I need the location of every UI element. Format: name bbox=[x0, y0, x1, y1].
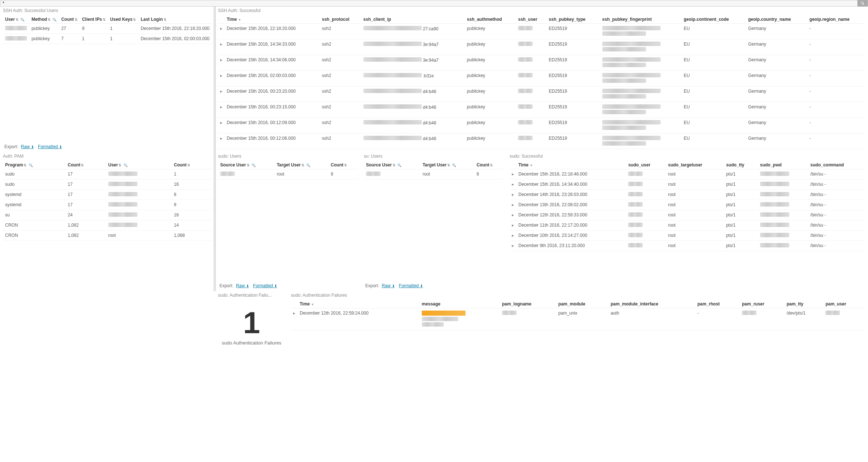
download-icon: ⬇ bbox=[274, 284, 277, 288]
export-raw[interactable]: Raw ⬇ bbox=[382, 283, 394, 288]
expand-row[interactable]: ▸ bbox=[510, 200, 516, 210]
panel-spacer bbox=[0, 291, 215, 349]
filter-icon[interactable]: 🔍 bbox=[252, 163, 256, 167]
col-method[interactable]: Method⇅ 🔍 bbox=[29, 15, 59, 24]
redacted-value bbox=[760, 172, 789, 176]
col-user[interactable]: User⇅ 🔍 bbox=[3, 15, 29, 24]
col-rhost[interactable]: pam_rhost bbox=[695, 300, 740, 308]
col-tgt[interactable]: Target User⇅ 🔍 bbox=[275, 161, 328, 169]
col-user[interactable]: ssh_user bbox=[516, 15, 546, 24]
col-used-keys[interactable]: Used Keys⇅ bbox=[108, 15, 139, 24]
col-auth[interactable]: ssh_authmethod bbox=[465, 15, 516, 24]
export-raw[interactable]: Raw ⬇ bbox=[21, 144, 34, 149]
table-row: ▸ December 12th 2016, 22:59:24.000 pam_u… bbox=[291, 308, 865, 330]
export-formatted[interactable]: Formatted ⬇ bbox=[253, 283, 277, 288]
redacted-value bbox=[628, 192, 643, 196]
col-msg[interactable]: message bbox=[420, 300, 500, 308]
expand-row[interactable]: ▸ bbox=[510, 241, 516, 251]
col-proto[interactable]: ssh_protocol bbox=[320, 15, 361, 24]
ssh-success-table: Time ▾ ssh_protocol ssh_client_ip ssh_au… bbox=[218, 15, 865, 149]
col-time[interactable]: Time ▾ bbox=[297, 300, 420, 308]
col-user[interactable]: sudo_user bbox=[626, 161, 666, 169]
col-user[interactable]: User⇅ 🔍 bbox=[106, 161, 172, 169]
filter-icon[interactable]: 🔍 bbox=[29, 163, 33, 167]
expand-row[interactable]: ▸ bbox=[218, 39, 225, 55]
expand-row[interactable]: ▸ bbox=[218, 86, 225, 102]
col-iface[interactable]: pam_module_interface bbox=[608, 300, 695, 308]
col-tty[interactable]: pam_tty bbox=[785, 300, 824, 308]
table-row: ▸ December 15th 2016, 22:18:20.000ssh2 2… bbox=[218, 24, 865, 39]
col-tuser[interactable]: sudo_targetuser bbox=[666, 161, 724, 169]
panel-title: SSH Auth: Successful bbox=[218, 8, 865, 13]
filter-icon[interactable]: 🔍 bbox=[20, 18, 24, 22]
panel-title: sudo: Successful bbox=[510, 154, 865, 159]
col-module[interactable]: pam_module bbox=[556, 300, 608, 308]
col-ip[interactable]: ssh_client_ip bbox=[361, 15, 465, 24]
col-count[interactable]: Count⇅ bbox=[66, 161, 106, 169]
col-country[interactable]: geoip.country_name bbox=[746, 15, 807, 24]
redacted-value bbox=[108, 182, 137, 186]
expand-row[interactable]: ▸ bbox=[218, 102, 225, 118]
row3-container: sudo: Authentication Failu... 1 sudo Aut… bbox=[215, 291, 868, 349]
table-row: sudo1716 bbox=[3, 180, 212, 190]
expand-row[interactable]: ▸ bbox=[510, 180, 516, 190]
expand-row[interactable]: ▸ bbox=[218, 24, 225, 39]
redacted-value bbox=[363, 57, 422, 62]
export-bar: Export: Raw ⬇ Formatted ⬇ bbox=[364, 282, 504, 288]
col-client-ips[interactable]: Client IPs⇅ bbox=[80, 15, 108, 24]
col-fp[interactable]: ssh_pubkey_fingerprint bbox=[600, 15, 682, 24]
expand-row[interactable]: ▸ bbox=[291, 308, 297, 330]
export-formatted[interactable]: Formatted ⬇ bbox=[399, 283, 423, 288]
col-cmd[interactable]: sudo_command bbox=[808, 161, 865, 169]
expand-row[interactable]: ▸ bbox=[510, 220, 516, 231]
col-cnt[interactable]: Count⇅ bbox=[474, 161, 504, 169]
col-pwd[interactable]: sudo_pwd bbox=[758, 161, 808, 169]
expand-row[interactable]: ▸ bbox=[218, 118, 225, 134]
table-row: systemd178 bbox=[3, 190, 212, 200]
expand-row[interactable]: ▸ bbox=[510, 231, 516, 241]
col-time[interactable]: Time ▾ bbox=[516, 161, 626, 169]
redacted-value bbox=[518, 42, 533, 46]
panel-title: SSH Auth: Successful Users bbox=[3, 8, 212, 13]
expand-row[interactable]: ▸ bbox=[510, 169, 516, 180]
table-row: ▸ December 14th 2016, 23:26:03.000rootpt… bbox=[510, 190, 865, 200]
col-tgt[interactable]: Target User⇅ 🔍 bbox=[420, 161, 474, 169]
redacted-value bbox=[602, 63, 646, 67]
expand-row[interactable]: ▸ bbox=[218, 55, 225, 71]
table-row: ▸ December 12th 2016, 22:59:33.000rootpt… bbox=[510, 210, 865, 220]
filter-icon[interactable]: 🔍 bbox=[52, 18, 57, 22]
redacted-value bbox=[108, 212, 137, 217]
col-pktype[interactable]: ssh_pubkey_type bbox=[546, 15, 600, 24]
filter-icon[interactable]: 🔍 bbox=[452, 163, 456, 167]
col-region[interactable]: geoip.region_name bbox=[807, 15, 865, 24]
filter-icon[interactable]: 🔍 bbox=[124, 163, 128, 167]
col-cnt[interactable]: Count⇅ bbox=[328, 161, 358, 169]
redacted-value bbox=[363, 89, 422, 93]
expand-row[interactable]: ▸ bbox=[510, 210, 516, 220]
export-raw[interactable]: Raw ⬇ bbox=[236, 283, 249, 288]
col-logname[interactable]: pam_logname bbox=[500, 300, 556, 308]
redacted-value bbox=[422, 317, 458, 321]
col-cc[interactable]: geoip.continent_code bbox=[681, 15, 746, 24]
panel-sudo-fail-count: sudo: Authentication Failu... 1 sudo Aut… bbox=[215, 291, 288, 349]
query-input[interactable] bbox=[0, 1, 857, 6]
col-src[interactable]: Source User⇅ 🔍 bbox=[218, 161, 275, 169]
redacted-value bbox=[363, 26, 422, 30]
search-button[interactable] bbox=[857, 0, 868, 7]
col-user[interactable]: pam_user bbox=[823, 300, 865, 308]
expand-row[interactable]: ▸ bbox=[218, 134, 225, 149]
expand-row[interactable]: ▸ bbox=[218, 71, 225, 86]
col-last-login[interactable]: Last Login⇅ bbox=[139, 15, 212, 24]
col-tty[interactable]: sudo_tty bbox=[724, 161, 758, 169]
col-count2[interactable]: Count⇅ bbox=[172, 161, 212, 169]
col-count[interactable]: Count⇅ bbox=[59, 15, 80, 24]
col-program[interactable]: Program⇅ 🔍 bbox=[3, 161, 66, 169]
redacted-value bbox=[518, 136, 533, 140]
export-formatted[interactable]: Formatted ⬇ bbox=[38, 144, 62, 149]
filter-icon[interactable]: 🔍 bbox=[306, 163, 310, 167]
expand-row[interactable]: ▸ bbox=[510, 190, 516, 200]
filter-icon[interactable]: 🔍 bbox=[397, 163, 401, 167]
col-time[interactable]: Time ▾ bbox=[225, 15, 320, 24]
col-ruser[interactable]: pam_ruser bbox=[740, 300, 784, 308]
col-src[interactable]: Source User⇅ 🔍 bbox=[364, 161, 420, 169]
